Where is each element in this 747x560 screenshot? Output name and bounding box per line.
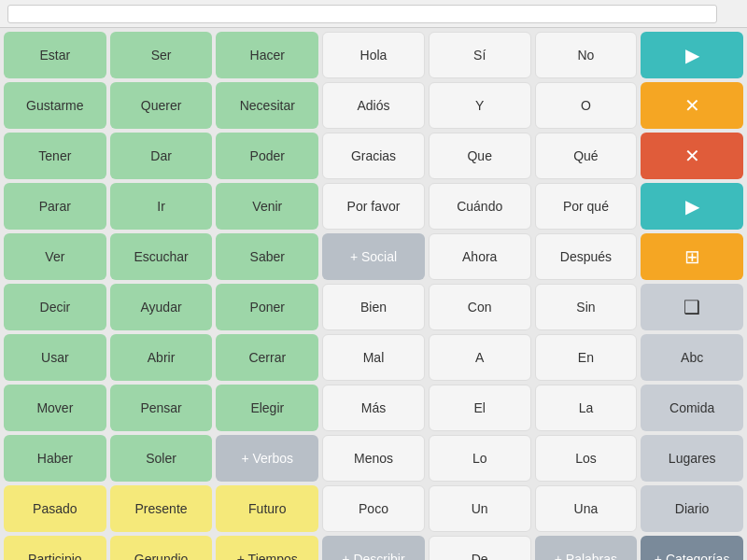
mas-button[interactable]: Más	[322, 385, 425, 431]
lugares-button[interactable]: Lugares	[641, 435, 743, 482]
saber-button[interactable]: Saber	[216, 233, 318, 280]
abrir-button[interactable]: Abrir	[110, 334, 213, 381]
poco-button[interactable]: Poco	[322, 485, 425, 532]
decir-button[interactable]: Decir	[4, 284, 106, 330]
que2-button[interactable]: Qué	[535, 133, 638, 179]
un-button[interactable]: Un	[429, 485, 531, 532]
y-button[interactable]: Y	[429, 82, 531, 129]
ver-button[interactable]: Ver	[4, 233, 106, 280]
porfavor-button[interactable]: Por favor	[322, 183, 425, 230]
pensar-button[interactable]: Pensar	[110, 385, 213, 431]
mastiempos-button[interactable]: + Tiempos	[216, 536, 318, 560]
mover-button[interactable]: Mover	[4, 385, 106, 431]
los-button[interactable]: Los	[535, 435, 638, 482]
pasado-button[interactable]: Pasado	[4, 485, 106, 532]
abc-button[interactable]: Abc	[641, 334, 743, 381]
parar-button[interactable]: Parar	[4, 183, 106, 230]
participio-button[interactable]: Participio	[4, 536, 106, 560]
dar-button[interactable]: Dar	[110, 133, 213, 179]
futuro-button[interactable]: Futuro	[216, 485, 318, 532]
escuchar-button[interactable]: Escuchar	[110, 233, 213, 280]
poner-button[interactable]: Poner	[216, 284, 318, 330]
cancel1-button[interactable]: ✕	[641, 82, 743, 129]
mascategorias-button[interactable]: + Categorías	[641, 536, 743, 560]
button-grid: EstarSerHacerHolaSíNo▶GustarmeQuererNece…	[0, 28, 747, 560]
no-button[interactable]: No	[535, 32, 638, 78]
ir-button[interactable]: Ir	[110, 183, 213, 230]
elegir-button[interactable]: Elegir	[216, 385, 318, 431]
haber-button[interactable]: Haber	[4, 435, 106, 482]
adios-button[interactable]: Adiós	[322, 82, 425, 129]
social-button[interactable]: + Social	[322, 233, 425, 280]
usar-button[interactable]: Usar	[4, 334, 106, 381]
la-button[interactable]: La	[535, 385, 638, 431]
en-button[interactable]: En	[535, 334, 638, 381]
top-input[interactable]	[7, 5, 717, 23]
gerundio-button[interactable]: Gerundio	[110, 536, 213, 560]
necesitar-button[interactable]: Necesitar	[216, 82, 318, 129]
el-button[interactable]: El	[429, 385, 531, 431]
de-button[interactable]: De	[429, 536, 531, 560]
hacer-button[interactable]: Hacer	[216, 32, 318, 78]
mal-button[interactable]: Mal	[322, 334, 425, 381]
gustarme-button[interactable]: Gustarme	[4, 82, 106, 129]
cuando-button[interactable]: Cuándo	[429, 183, 531, 230]
ahora-button[interactable]: Ahora	[429, 233, 531, 280]
con-button[interactable]: Con	[429, 284, 531, 330]
porque-button[interactable]: Por qué	[535, 183, 638, 230]
o-button[interactable]: O	[535, 82, 638, 129]
soler-button[interactable]: Soler	[110, 435, 213, 482]
add1-button[interactable]: ⊞	[641, 233, 743, 280]
top-bar	[0, 0, 747, 28]
querer-button[interactable]: Querer	[110, 82, 213, 129]
estar-button[interactable]: Estar	[4, 32, 106, 78]
play2-button[interactable]: ▶	[641, 183, 743, 230]
bien-button[interactable]: Bien	[322, 284, 425, 330]
ayudar-button[interactable]: Ayudar	[110, 284, 213, 330]
ser-button[interactable]: Ser	[110, 32, 213, 78]
cancel2-button[interactable]: ✕	[641, 133, 743, 179]
despues-button[interactable]: Después	[535, 233, 638, 280]
venir-button[interactable]: Venir	[216, 183, 318, 230]
una-button[interactable]: Una	[535, 485, 638, 532]
a-button[interactable]: A	[429, 334, 531, 381]
gracias-button[interactable]: Gracias	[322, 133, 425, 179]
diario-button[interactable]: Diario	[641, 485, 743, 532]
masverbos-button[interactable]: + Verbos	[216, 435, 318, 482]
cerrar-button[interactable]: Cerrar	[216, 334, 318, 381]
lo-button[interactable]: Lo	[429, 435, 531, 482]
menos-button[interactable]: Menos	[322, 435, 425, 482]
tener-button[interactable]: Tener	[4, 133, 106, 179]
poder-button[interactable]: Poder	[216, 133, 318, 179]
play1-button[interactable]: ▶	[641, 32, 743, 78]
comida-button[interactable]: Comida	[641, 385, 743, 431]
copy1-button[interactable]: ❑	[641, 284, 743, 330]
maspalabras-button[interactable]: + Palabras	[535, 536, 638, 560]
masdescribir-button[interactable]: + Describir	[322, 536, 425, 560]
sin-button[interactable]: Sin	[535, 284, 638, 330]
presente-button[interactable]: Presente	[110, 485, 213, 532]
que-button[interactable]: Que	[429, 133, 531, 179]
si-button[interactable]: Sí	[429, 32, 531, 78]
hola-button[interactable]: Hola	[322, 32, 425, 78]
